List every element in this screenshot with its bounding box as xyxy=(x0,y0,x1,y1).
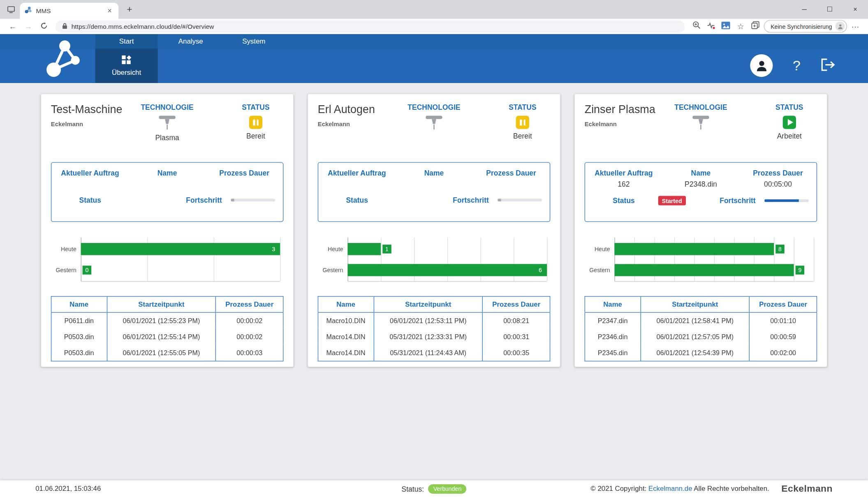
user-avatar-button[interactable] xyxy=(750,54,773,77)
col-header-startzeitpunkt: Startzeitpunkt xyxy=(641,296,750,312)
url-text[interactable]: https://demo.mms.eckelmann.cloud/de/#/Ov… xyxy=(72,23,214,30)
name-header: Name xyxy=(662,169,740,177)
nav-item-analyse[interactable]: Analyse xyxy=(158,34,224,49)
site-info-icon[interactable] xyxy=(62,21,67,31)
job-start: 05/31/2021 (11:24:43 AM) xyxy=(374,345,483,361)
torch-icon xyxy=(657,115,745,132)
job-name: P2345.din xyxy=(585,345,640,361)
new-tab-button[interactable]: + xyxy=(124,4,135,15)
job-name: P0503.din xyxy=(51,329,107,345)
jobs-table: Name Startzeitpunkt Prozess Dauer P0611.… xyxy=(51,296,283,361)
bar-value-label: 8 xyxy=(775,245,785,254)
technologie-header: TECHNOLOGIE xyxy=(123,103,211,111)
prozess-dauer-header: Prozess Dauer xyxy=(206,169,283,177)
job-start: 06/01/2021 (12:55:23 PM) xyxy=(107,312,216,329)
prozess-dauer-header: Prozess Dauer xyxy=(739,169,817,177)
bar-gestern xyxy=(347,264,547,276)
collections-icon[interactable] xyxy=(751,21,759,32)
auftrag-value xyxy=(51,180,129,189)
technologie-header: TECHNOLOGIE xyxy=(657,103,745,111)
job-dauer: 00:08:21 xyxy=(483,312,550,329)
footer-datetime: 01.06.2021, 15:03:46 xyxy=(35,485,101,492)
status-bar: 01.06.2021, 15:03:46 Status: Verbunden ©… xyxy=(0,481,868,497)
machine-status-icon xyxy=(249,116,262,129)
status-header: STATUS xyxy=(762,103,817,111)
bar-value-label: 6 xyxy=(536,266,545,275)
machine-title: Zinser Plasma xyxy=(585,103,657,116)
close-button[interactable]: × xyxy=(843,0,868,19)
auftrag-value xyxy=(318,180,396,189)
technology-label: Plasma xyxy=(123,133,211,142)
col-header-name: Name xyxy=(585,296,640,312)
back-icon[interactable]: ← xyxy=(5,22,20,31)
url-bar[interactable]: https://demo.mms.eckelmann.cloud/de/#/Ov… xyxy=(56,20,685,32)
col-header-startzeitpunkt: Startzeitpunkt xyxy=(107,296,216,312)
job-name-value xyxy=(396,180,473,189)
jobs-table: Name Startzeitpunkt Prozess Dauer P2347.… xyxy=(585,296,817,361)
image-enhance-icon[interactable] xyxy=(721,21,730,31)
workspace-icon[interactable] xyxy=(5,3,18,16)
job-name: P2347.din xyxy=(585,312,640,329)
nav-item-start[interactable]: Start xyxy=(95,34,158,49)
copyright-rights: Alle Rechte vorbehalten. xyxy=(694,485,769,492)
status-row-label: Status xyxy=(79,196,101,204)
more-menu-icon[interactable]: ··· xyxy=(848,22,863,31)
forward-icon[interactable]: → xyxy=(21,22,35,31)
machine-status-label: Bereit xyxy=(495,132,551,141)
bar-heute xyxy=(614,243,774,255)
current-job-panel: Aktueller Auftrag Name Prozess Dauer Sta… xyxy=(318,162,550,222)
zoom-icon[interactable] xyxy=(692,21,701,32)
name-header: Name xyxy=(396,169,473,177)
job-start: 06/01/2021 (12:55:14 PM) xyxy=(107,329,216,345)
axis-label-gestern: Gestern xyxy=(51,267,76,273)
job-start: 05/31/2021 (12:33:31 PM) xyxy=(374,329,483,345)
browser-tab[interactable]: MMS × xyxy=(20,3,118,19)
header-actions: ? xyxy=(750,54,836,77)
jobs-bar-chart: Heute 1 Gestern 6 xyxy=(318,238,550,283)
browser-tab-bar: MMS × + ─ ☐ × xyxy=(0,0,868,19)
status-header: STATUS xyxy=(228,103,284,111)
main-nav: Start Analyse System xyxy=(0,34,868,49)
job-name-value xyxy=(129,180,206,189)
help-button[interactable]: ? xyxy=(793,58,801,74)
job-dauer: 00:00:59 xyxy=(750,329,817,345)
col-header-name: Name xyxy=(318,296,373,312)
bar-gestern xyxy=(614,264,794,276)
torch-icon xyxy=(123,115,211,132)
tab-close-icon[interactable]: × xyxy=(105,7,114,15)
machine-cards: Test-Maschine Eckelmann TECHNOLOGIE Plas… xyxy=(0,94,868,367)
fortschritt-label: Fortschritt xyxy=(720,196,756,205)
table-row: P0503.din06/01/2021 (12:55:05 PM)00:00:0… xyxy=(51,345,283,361)
job-name: P0503.din xyxy=(51,345,107,361)
job-dauer: 00:00:02 xyxy=(216,329,283,345)
eckelmann-brand-logo: Eckelmann xyxy=(781,483,832,494)
browser-essentials-icon[interactable] xyxy=(707,21,715,31)
torch-icon xyxy=(390,115,478,132)
table-row: P0611.din06/01/2021 (12:55:23 PM)00:00:0… xyxy=(51,312,283,329)
favorites-star-icon[interactable]: ☆ xyxy=(736,22,745,31)
logout-button[interactable] xyxy=(820,58,836,74)
job-start: 06/01/2021 (12:53:11 PM) xyxy=(374,312,483,329)
machine-card: Zinser Plasma Eckelmann TECHNOLOGIE STAT… xyxy=(574,94,827,367)
play-icon xyxy=(787,119,793,125)
pause-icon xyxy=(253,119,258,125)
copyright-link[interactable]: Eckelmann.de xyxy=(648,485,692,492)
name-header: Name xyxy=(129,169,206,177)
sync-label: Keine Synchronisierung xyxy=(771,23,832,30)
axis-label-heute: Heute xyxy=(51,246,76,252)
nav-item-system[interactable]: System xyxy=(224,34,284,49)
machine-vendor: Eckelmann xyxy=(585,120,657,127)
machine-vendor: Eckelmann xyxy=(51,120,123,127)
nav-item-uebersicht[interactable]: Übersicht xyxy=(95,49,158,83)
col-header-prozess-dauer: Prozess Dauer xyxy=(483,296,550,312)
maximize-button[interactable]: ☐ xyxy=(817,0,843,19)
minimize-button[interactable]: ─ xyxy=(792,0,817,19)
sync-profile-button[interactable]: Keine Synchronisierung xyxy=(764,20,847,32)
refresh-icon[interactable] xyxy=(37,22,51,31)
aktueller-auftrag-header: Aktueller Auftrag xyxy=(318,169,396,177)
col-header-prozess-dauer: Prozess Dauer xyxy=(216,296,283,312)
bar-value-label: 3 xyxy=(269,245,278,254)
machine-status-icon xyxy=(783,116,796,129)
job-dauer: 00:00:35 xyxy=(483,345,550,361)
col-header-name: Name xyxy=(51,296,107,312)
